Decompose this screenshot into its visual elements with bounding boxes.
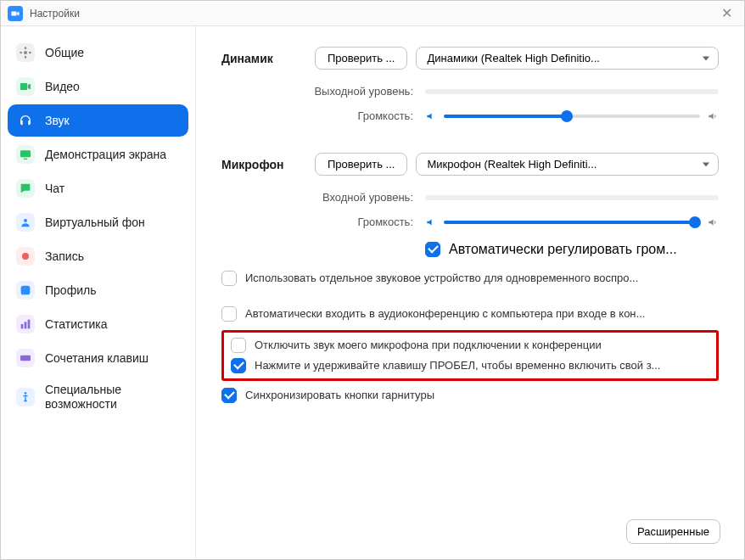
output-level-row: Выходной уровень: xyxy=(221,85,719,98)
svg-point-3 xyxy=(22,253,29,260)
svg-rect-6 xyxy=(25,322,27,328)
svg-point-2 xyxy=(24,219,27,222)
svg-rect-1 xyxy=(20,150,31,157)
push-to-talk-option[interactable]: Нажмите и удерживайте клавишу ПРОБЕЛ, чт… xyxy=(231,358,709,373)
output-level-label: Выходной уровень: xyxy=(289,85,425,98)
sidebar-item-background[interactable]: Виртуальный фон xyxy=(8,206,188,238)
profile-icon xyxy=(16,281,35,300)
sidebar-item-profile[interactable]: Профиль xyxy=(8,274,188,306)
sidebar-item-label: Профиль xyxy=(45,283,96,298)
sidebar-item-audio[interactable]: Звук xyxy=(8,104,188,137)
input-level-meter xyxy=(425,195,719,200)
svg-point-9 xyxy=(25,392,27,395)
sidebar-item-chat[interactable]: Чат xyxy=(8,172,188,204)
sidebar-item-label: Демонстрация экрана xyxy=(45,148,166,162)
speaker-label: Динамик xyxy=(221,52,315,65)
mic-label: Микрофон xyxy=(221,158,315,171)
highlighted-annotation: Отключить звук моего микрофона при подкл… xyxy=(221,330,719,381)
push-to-talk-label: Нажмите и удерживайте клавишу ПРОБЕЛ, чт… xyxy=(255,358,709,373)
advanced-button[interactable]: Расширенные xyxy=(626,519,720,544)
keyboard-icon xyxy=(16,349,35,367)
separate-device-checkbox[interactable] xyxy=(221,271,237,286)
volume-high-icon xyxy=(707,110,719,122)
speaker-volume-row: Громкость: xyxy=(221,109,719,122)
window-titlebar: Настройки ✕ xyxy=(1,1,744,26)
volume-low-icon xyxy=(425,216,437,228)
sync-headset-label: Синхронизировать кнопки гарнитуры xyxy=(245,388,719,403)
svg-rect-7 xyxy=(28,320,31,329)
sidebar-item-label: Сочетания клавиш xyxy=(45,351,148,366)
auto-adjust-checkbox[interactable] xyxy=(425,242,440,257)
mic-volume-slider[interactable] xyxy=(444,221,700,224)
volume-low-icon xyxy=(425,110,437,122)
auto-join-checkbox[interactable] xyxy=(221,306,237,322)
mute-on-join-checkbox[interactable] xyxy=(231,338,246,353)
video-icon xyxy=(16,77,35,96)
settings-panel: Динамик Проверить ... Динамики (Realtek … xyxy=(196,26,744,559)
sidebar-item-video[interactable]: Видео xyxy=(8,70,188,103)
sidebar-item-label: Виртуальный фон xyxy=(45,216,145,230)
auto-adjust-label: Автоматически регулировать гром... xyxy=(449,240,719,259)
separate-device-option[interactable]: Использовать отдельное звуковое устройст… xyxy=(221,271,719,286)
input-level-label: Входной уровень: xyxy=(289,191,425,204)
mic-volume-label: Громкость: xyxy=(289,216,425,228)
window-title: Настройки xyxy=(30,8,716,20)
sidebar-item-label: Чат xyxy=(45,182,64,196)
output-level-meter xyxy=(425,89,719,94)
input-level-row: Входной уровень: xyxy=(221,191,719,204)
sidebar-item-label: Запись xyxy=(45,249,84,264)
speaker-volume-label: Громкость: xyxy=(289,109,425,122)
sidebar-item-accessibility[interactable]: Специальные возможности xyxy=(8,376,188,418)
svg-rect-5 xyxy=(21,324,24,328)
sidebar-item-general[interactable]: Общие xyxy=(8,36,188,69)
mic-row: Микрофон Проверить ... Микрофон (Realtek… xyxy=(221,153,719,176)
gear-icon xyxy=(16,43,35,62)
speaker-device-select[interactable]: Динамики (Realtek High Definitio... xyxy=(416,47,719,70)
auto-join-option[interactable]: Автоматически входить в аудиоконференцию… xyxy=(221,306,719,322)
push-to-talk-checkbox[interactable] xyxy=(231,358,246,373)
app-icon xyxy=(8,6,23,21)
mute-on-join-label: Отключить звук моего микрофона при подкл… xyxy=(255,338,709,353)
sidebar-item-label: Общие xyxy=(45,46,84,60)
headphones-icon xyxy=(16,111,35,130)
sidebar: Общие Видео Звук Демонстрация экрана Чат… xyxy=(1,26,196,559)
chat-icon xyxy=(16,179,35,198)
mute-on-join-option[interactable]: Отключить звук моего микрофона при подкл… xyxy=(231,338,709,353)
sync-headset-option[interactable]: Синхронизировать кнопки гарнитуры xyxy=(221,388,719,403)
sidebar-item-label: Звук xyxy=(45,114,70,128)
sidebar-item-label: Статистика xyxy=(45,317,108,332)
sidebar-item-recording[interactable]: Запись xyxy=(8,240,188,272)
volume-high-icon xyxy=(707,216,719,228)
stats-icon xyxy=(16,315,35,333)
mic-device-select[interactable]: Микрофон (Realtek High Definiti... xyxy=(416,153,719,176)
record-icon xyxy=(16,247,35,266)
test-speaker-button[interactable]: Проверить ... xyxy=(315,47,407,70)
sync-headset-checkbox[interactable] xyxy=(221,388,237,403)
sidebar-item-stats[interactable]: Статистика xyxy=(8,308,188,340)
sidebar-item-shortcuts[interactable]: Сочетания клавиш xyxy=(8,342,188,374)
close-icon[interactable]: ✕ xyxy=(716,5,737,21)
sidebar-item-share[interactable]: Демонстрация экрана xyxy=(8,138,188,171)
accessibility-icon xyxy=(16,388,35,406)
mic-volume-row: Громкость: xyxy=(221,216,719,228)
sidebar-item-label: Видео xyxy=(45,80,80,94)
speaker-volume-slider[interactable] xyxy=(444,115,700,118)
svg-point-0 xyxy=(24,51,27,54)
share-icon xyxy=(16,145,35,164)
speaker-row: Динамик Проверить ... Динамики (Realtek … xyxy=(221,47,719,70)
svg-rect-8 xyxy=(20,356,31,361)
background-icon xyxy=(16,213,35,232)
test-mic-button[interactable]: Проверить ... xyxy=(315,153,407,176)
sidebar-item-label: Специальные возможности xyxy=(45,383,180,412)
svg-rect-4 xyxy=(21,286,31,295)
auto-join-label: Автоматически входить в аудиоконференцию… xyxy=(245,306,719,322)
separate-device-label: Использовать отдельное звуковое устройст… xyxy=(245,271,719,286)
